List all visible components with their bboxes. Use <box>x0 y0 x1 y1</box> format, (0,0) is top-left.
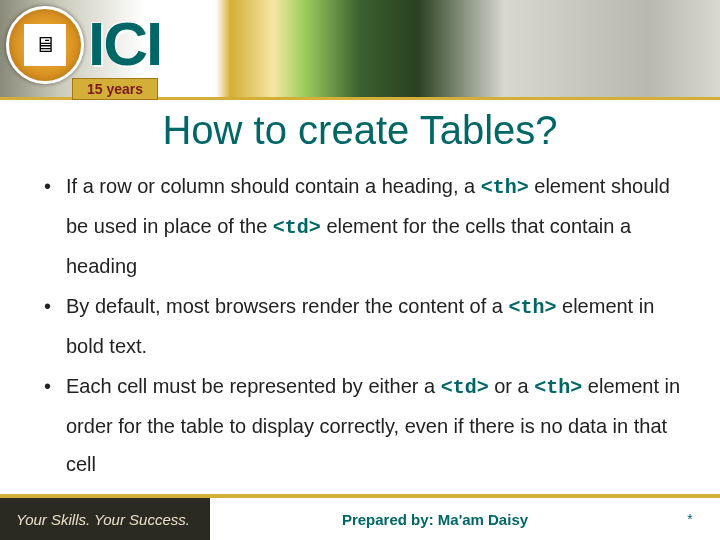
code-th: <th> <box>508 296 556 319</box>
slide-footer: Your Skills. Your Success. Prepared by: … <box>0 494 720 540</box>
bullet-text: or a <box>489 375 535 397</box>
footer-credit: Prepared by: Ma'am Daisy <box>210 511 660 528</box>
bullet-text: By default, most browsers render the con… <box>66 295 508 317</box>
code-td: <td> <box>441 376 489 399</box>
bullet-item: By default, most browsers render the con… <box>38 287 682 365</box>
bullet-text: If a row or column should contain a head… <box>66 175 481 197</box>
slide-body: If a row or column should contain a head… <box>0 153 720 483</box>
anniversary-badge: 15 years <box>72 78 158 100</box>
code-th: <th> <box>481 176 529 199</box>
school-seal: 🖥 <box>6 6 84 84</box>
slide-title: How to create Tables? <box>0 108 720 153</box>
footer-tagline: Your Skills. Your Success. <box>0 498 210 540</box>
code-th: <th> <box>534 376 582 399</box>
bullet-text: Each cell must be represented by either … <box>66 375 441 397</box>
logo-text: ICI <box>88 8 161 79</box>
header-banner: 🖥 ICI 15 years <box>0 0 720 100</box>
bullet-item: If a row or column should contain a head… <box>38 167 682 285</box>
code-td: <td> <box>273 216 321 239</box>
footer-marker: * <box>660 511 720 527</box>
bullet-item: Each cell must be represented by either … <box>38 367 682 483</box>
computer-icon: 🖥 <box>24 24 66 66</box>
